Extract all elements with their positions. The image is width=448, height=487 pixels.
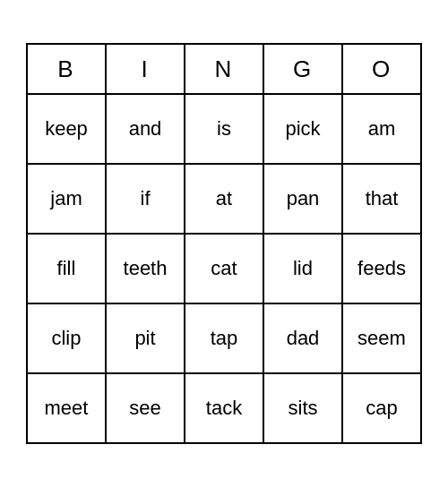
row-4: meetseetacksitscap bbox=[27, 373, 421, 443]
cell-3-0: clip bbox=[27, 303, 106, 373]
header-row: B I N G O bbox=[27, 44, 421, 94]
cell-1-0: jam bbox=[27, 164, 106, 234]
row-3: clippittapdadseem bbox=[27, 303, 421, 373]
cell-4-3: sits bbox=[263, 373, 342, 443]
cell-0-1: and bbox=[106, 94, 185, 164]
cell-0-0: keep bbox=[27, 94, 106, 164]
cell-2-0: fill bbox=[27, 234, 106, 303]
cell-2-3: lid bbox=[263, 234, 342, 303]
row-0: keepandispickam bbox=[27, 94, 421, 164]
cell-1-2: at bbox=[185, 164, 263, 234]
cell-3-3: dad bbox=[263, 303, 342, 373]
row-2: fillteethcatlidfeeds bbox=[27, 234, 421, 303]
cell-0-4: am bbox=[342, 94, 421, 164]
cell-0-3: pick bbox=[263, 94, 342, 164]
bingo-card: B I N G O keepandispickamjamifatpanthatf… bbox=[26, 43, 422, 444]
cell-4-0: meet bbox=[27, 373, 106, 443]
cell-2-4: feeds bbox=[342, 234, 421, 303]
header-g: G bbox=[263, 44, 342, 94]
header-i: I bbox=[106, 44, 185, 94]
cell-3-1: pit bbox=[106, 303, 185, 373]
cell-4-2: tack bbox=[185, 373, 263, 443]
row-1: jamifatpanthat bbox=[27, 164, 421, 234]
cell-4-4: cap bbox=[342, 373, 421, 443]
cell-2-1: teeth bbox=[106, 234, 185, 303]
cell-3-2: tap bbox=[185, 303, 263, 373]
cell-2-2: cat bbox=[185, 234, 263, 303]
header-o: O bbox=[342, 44, 421, 94]
cell-3-4: seem bbox=[342, 303, 421, 373]
cell-0-2: is bbox=[185, 94, 263, 164]
cell-4-1: see bbox=[106, 373, 185, 443]
cell-1-3: pan bbox=[263, 164, 342, 234]
cell-1-1: if bbox=[106, 164, 185, 234]
header-b: B bbox=[27, 44, 106, 94]
header-n: N bbox=[185, 44, 263, 94]
cell-1-4: that bbox=[342, 164, 421, 234]
bingo-table: B I N G O keepandispickamjamifatpanthatf… bbox=[26, 43, 422, 444]
